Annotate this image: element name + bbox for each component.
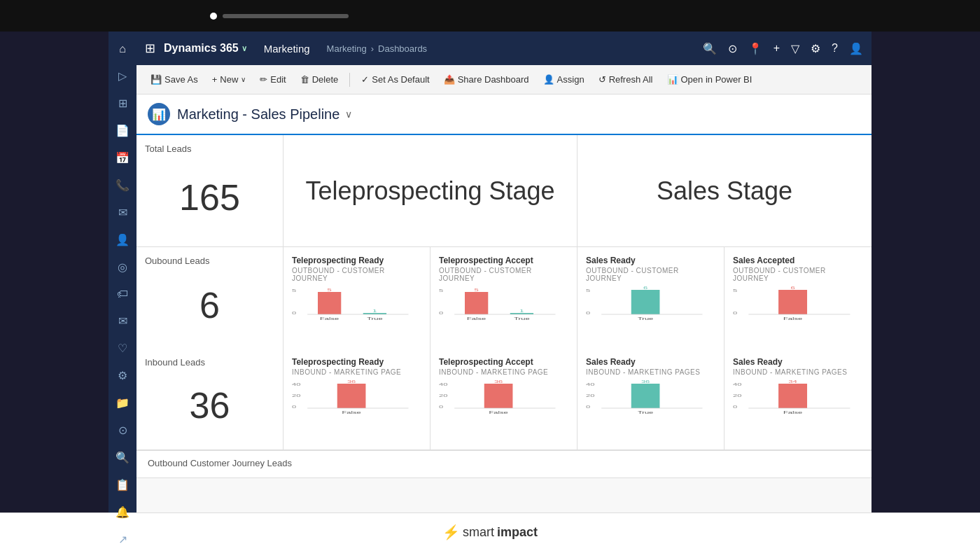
inbound-tp-accept-label: Teleprospecting Accept [439, 357, 568, 367]
teleprospecting-stage-header: Teleprospecting Stage [284, 135, 578, 246]
svg-text:5: 5 [328, 288, 332, 293]
outbound-leads-value: 6 [145, 270, 274, 340]
dashboard-header: 📊 Marketing - Sales Pipeline ∨ [136, 95, 872, 135]
outbound-tp-ready-sublabel: OUTBOUND - CUSTOMER JOURNEY [292, 267, 421, 282]
svg-rect-40 [484, 384, 513, 408]
breadcrumb-marketing[interactable]: Marketing [327, 43, 367, 54]
sidebar-icon-nav2[interactable]: ⊞ [108, 91, 136, 116]
toolbar: 💾 Save As + New ∨ ✏ Edit 🗑 Delete ✓ Set … [136, 65, 872, 95]
dashboard-title-text: Marketing - Sales Pipeline [177, 106, 340, 123]
filter-icon[interactable]: ▽ [791, 42, 799, 55]
new-dropdown-icon: ∨ [241, 76, 246, 83]
svg-text:5: 5 [439, 288, 443, 293]
footer-brand: ⚡ smartimpact [442, 524, 538, 540]
outbound-tp-ready-cell: Teleprospecting Ready OUTBOUND - CUSTOME… [284, 247, 430, 351]
sidebar-icon-nav9[interactable]: 🏷 [108, 282, 136, 306]
grid-row-2: Oubound Leads 6 Teleprospecting Ready OU… [136, 247, 872, 349]
sidebar-icon-nav10[interactable]: ✉ [108, 309, 136, 333]
assign-label: Assign [557, 74, 584, 85]
refresh-icon: ↺ [598, 74, 606, 85]
set-default-button[interactable]: ✓ Set As Default [356, 71, 435, 88]
svg-text:True: True [367, 316, 382, 321]
outbound-tp-accept-sublabel: OUTBOUND - CUSTOMER JOURNEY [439, 267, 568, 282]
outbound-sales-ready-cell: Sales Ready OUTBOUND - CUSTOMER JOURNEY … [578, 247, 724, 351]
sidebar-icon-nav18[interactable]: ↗ [108, 527, 136, 551]
location-icon[interactable]: 📍 [748, 42, 762, 55]
outbound-sales-accepted-cell: Sales Accepted OUTBOUND - CUSTOMER JOURN… [724, 247, 872, 351]
brand-dropdown-icon[interactable]: ∨ [241, 44, 247, 53]
share-label: Share Dashboard [458, 74, 529, 85]
outbound-tp-accept-chart: 5 0 5 1 False True [439, 286, 568, 342]
brand-name[interactable]: Dynamics 365 ∨ [164, 42, 247, 55]
svg-text:36: 36 [347, 380, 356, 384]
svg-text:1: 1 [519, 309, 524, 314]
svg-text:False: False [489, 410, 508, 415]
delete-label: Delete [312, 74, 339, 85]
sidebar-icon-nav11[interactable]: ♡ [108, 336, 136, 361]
edit-label: Edit [270, 74, 286, 85]
breadcrumb-dashboards[interactable]: Dashboards [378, 43, 427, 54]
svg-text:False: False [783, 316, 802, 321]
add-icon[interactable]: + [774, 42, 780, 55]
sidebar-icon-nav13[interactable]: 📁 [108, 391, 136, 415]
toolbar-sep1 [349, 73, 350, 87]
assign-button[interactable]: 👤 Assign [538, 71, 590, 88]
sidebar-icon-home[interactable]: ⌂ [108, 37, 136, 61]
sidebar-icon-nav5[interactable]: 📞 [108, 173, 136, 197]
power-bi-button[interactable]: 📊 Open in Power BI [662, 71, 758, 88]
sidebar-icon-nav4[interactable]: 📅 [108, 146, 136, 170]
svg-text:40: 40 [439, 382, 447, 387]
inbound-sales-ready-false-chart: 40 20 0 34 False [733, 380, 863, 436]
outbound-tp-accept-label: Teleprospecting Accept [439, 256, 568, 265]
search-icon[interactable]: 🔍 [703, 42, 717, 55]
share-icon: 📤 [444, 74, 455, 85]
save-as-icon: 💾 [150, 74, 162, 85]
svg-text:0: 0 [439, 311, 443, 316]
dashboard-icon: 📊 [148, 103, 170, 125]
breadcrumb-separator1: › [371, 43, 374, 54]
brand-label: Dynamics 365 [164, 42, 239, 55]
grid-icon[interactable]: ⊞ [145, 41, 155, 56]
footer-brand-icon: ⚡ [442, 524, 460, 540]
edit-button[interactable]: ✏ Edit [254, 71, 291, 88]
outbound-tp-ready-label: Teleprospecting Ready [292, 256, 421, 265]
inbound-tp-accept-chart: 40 20 0 36 False [439, 380, 568, 436]
sidebar-icon-nav6[interactable]: ✉ [108, 200, 136, 225]
user-icon[interactable]: 👤 [849, 42, 863, 55]
outbound-tp-ready-chart: 5 0 5 1 False True [292, 286, 421, 342]
svg-text:True: True [514, 316, 529, 321]
settings-icon[interactable]: ⚙ [811, 42, 820, 55]
sidebar-icon-nav15[interactable]: 🔍 [108, 445, 136, 470]
nav-breadcrumb: Marketing › Dashboards [327, 43, 428, 54]
dashboard-dropdown-icon[interactable]: ∨ [345, 109, 352, 120]
delete-icon: 🗑 [300, 74, 309, 85]
outbound-sales-ready-chart: 5 0 6 True [586, 286, 715, 342]
svg-rect-11 [465, 292, 488, 314]
save-as-label: Save As [164, 74, 198, 85]
delete-button[interactable]: 🗑 Delete [295, 71, 344, 88]
sidebar-icon-nav1[interactable]: ▷ [108, 64, 136, 88]
inbound-tp-ready-chart: 40 20 0 36 False [292, 380, 421, 436]
sidebar-icon-nav12[interactable]: ⚙ [108, 363, 136, 388]
new-button[interactable]: + New ∨ [206, 71, 252, 88]
nav-module[interactable]: Marketing [255, 43, 318, 55]
sidebar-icon-nav14[interactable]: ⊙ [108, 418, 136, 442]
save-as-button[interactable]: 💾 Save As [145, 71, 204, 88]
sidebar-icon-nav8[interactable]: ◎ [108, 255, 136, 279]
check-icon[interactable]: ⊙ [728, 42, 737, 55]
sales-stage-title: Sales Stage [657, 176, 792, 206]
svg-text:False: False [320, 316, 339, 321]
sidebar-icon-nav17[interactable]: 🔔 [108, 500, 136, 524]
sidebar-icon-nav16[interactable]: 📋 [108, 473, 136, 497]
check-icon: ✓ [361, 74, 369, 85]
powerbi-label: Open in Power BI [681, 74, 752, 85]
sidebar-icon-nav3[interactable]: 📄 [108, 118, 136, 143]
svg-text:34: 34 [788, 380, 797, 384]
sidebar-icon-nav7[interactable]: 👤 [108, 228, 136, 252]
svg-rect-47 [631, 384, 660, 408]
refresh-all-button[interactable]: ↺ Refresh All [593, 71, 659, 88]
svg-text:1: 1 [372, 309, 377, 314]
svg-text:False: False [783, 410, 802, 415]
share-dashboard-button[interactable]: 📤 Share Dashboard [438, 71, 535, 88]
help-icon[interactable]: ? [832, 42, 838, 55]
